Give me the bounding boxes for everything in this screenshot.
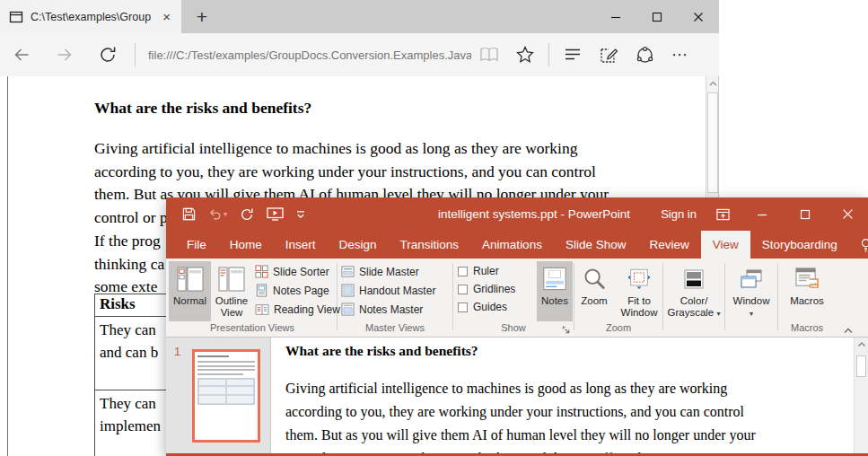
scrollbar-thumb[interactable] [707, 92, 718, 193]
favorites-star-icon[interactable] [507, 46, 543, 64]
notes-page-button[interactable]: Notes Page [252, 281, 336, 300]
window-button[interactable]: Window ▾ [727, 261, 776, 321]
tab-animations[interactable]: Animations [470, 231, 554, 259]
hub-icon[interactable] [555, 48, 591, 62]
powerpoint-window: ▾ intelligent systems.ppt - PowerPoint S… [166, 197, 868, 456]
tab-storyboarding[interactable]: Storyboarding [750, 231, 849, 259]
group-separator [724, 263, 725, 330]
thumbnail-text-line [197, 369, 255, 371]
undo-dropdown-arrow[interactable]: ▾ [224, 211, 227, 218]
start-slideshow-icon[interactable] [267, 207, 284, 221]
edge-maximize-button[interactable] [636, 0, 678, 33]
checkbox-icon[interactable] [458, 303, 468, 312]
tell-me-box[interactable]: Tell me [849, 231, 868, 259]
slide-number: 1 [174, 345, 180, 358]
slide-paragraph-line: them. But as you will give them AI of hu… [285, 424, 756, 447]
toolbar-separator [135, 43, 136, 66]
tab-review[interactable]: Review [637, 231, 700, 259]
ribbon-display-options-icon[interactable] [705, 197, 741, 231]
slide-paragraph-line: Giving artificial intelligence to machin… [285, 377, 756, 400]
back-icon[interactable] [0, 46, 43, 64]
handout-master-button[interactable]: Handout Master [338, 281, 452, 300]
group-separator [337, 263, 338, 330]
edge-minimize-button[interactable] [595, 0, 636, 33]
ppt-maximize-button[interactable] [785, 197, 825, 231]
tab-insert[interactable]: Insert [274, 231, 328, 259]
reading-view-icon[interactable] [471, 47, 507, 63]
outline-view-button[interactable]: Outline View [211, 261, 252, 321]
tab-file[interactable]: File [175, 231, 218, 259]
undo-icon[interactable]: ▾ [208, 208, 227, 220]
tab-home[interactable]: Home [218, 231, 274, 259]
scroll-up-icon[interactable] [706, 76, 719, 91]
share-icon[interactable] [627, 46, 662, 65]
slide-scrollbar[interactable] [854, 338, 868, 453]
paragraph-line: Giving artificial intelligence to machin… [94, 137, 609, 161]
reading-view-ribbon-icon [255, 303, 269, 316]
notes-master-button[interactable]: Notes Master [338, 300, 452, 319]
refresh-icon[interactable] [86, 45, 129, 65]
checkbox-icon[interactable] [458, 285, 468, 294]
group-label-window [726, 321, 776, 337]
outline-view-icon [218, 264, 245, 294]
redo-icon[interactable] [240, 207, 254, 222]
guides-checkbox[interactable]: Guides [454, 298, 537, 316]
tab-view[interactable]: View [701, 231, 750, 259]
magnifier-icon [582, 264, 607, 294]
checkbox-icon[interactable] [458, 267, 468, 276]
zoom-button[interactable]: Zoom [575, 261, 613, 321]
dropdown-arrow-icon: ▾ [716, 310, 720, 318]
collapse-ribbon-icon[interactable] [843, 327, 854, 334]
handout-master-icon [341, 284, 355, 297]
slide-thumbnail[interactable] [192, 349, 260, 443]
ruler-checkbox[interactable]: Ruler [454, 262, 537, 280]
ppt-minimize-button[interactable] [742, 197, 782, 231]
color-grayscale-icon [683, 264, 705, 294]
tab-close-icon[interactable]: × [159, 8, 174, 25]
thumbnail-text-line [197, 361, 255, 363]
save-icon[interactable] [182, 207, 196, 221]
slide-paragraph-line: according to you, they are working under… [285, 400, 756, 424]
tab-slide-show[interactable]: Slide Show [554, 231, 638, 259]
slide-editing-area[interactable]: What are the risks and benefits? Giving … [271, 338, 854, 453]
new-tab-button[interactable]: + [181, 0, 223, 33]
slide-sorter-button[interactable]: Slide Sorter [252, 262, 336, 281]
fit-to-window-button[interactable]: Fit to Window [617, 261, 662, 321]
tab-transitions[interactable]: Transitions [389, 231, 471, 259]
show-dialog-launcher-icon[interactable] [561, 325, 571, 335]
browser-tab[interactable]: C:\Test\examples\Group × [0, 0, 181, 33]
notes-toggle-button[interactable]: Notes [537, 261, 573, 321]
document-heading: What are the risks and benefits? [94, 99, 311, 118]
gridlines-checkbox[interactable]: Gridlines [454, 280, 537, 298]
normal-view-button[interactable]: Normal [169, 261, 211, 321]
color-grayscale-label-1: Color/ [680, 295, 708, 306]
reading-view-button[interactable]: Reading View [252, 300, 336, 319]
more-icon[interactable]: ⋯ [662, 45, 698, 65]
edge-window-border [7, 76, 8, 456]
slide-thumbnail-pane: 1 [166, 338, 271, 453]
tab-design[interactable]: Design [328, 231, 389, 259]
slide-master-button[interactable]: Slide Master [338, 262, 452, 281]
ppt-window-title: intelligent systems.ppt - PowerPoint [390, 197, 678, 231]
customize-qat-icon[interactable] [296, 210, 305, 219]
group-label-show: Show [454, 321, 573, 337]
forward-icon[interactable] [43, 46, 86, 64]
sign-in-button[interactable]: Sign in [649, 197, 708, 231]
slide-paragraph: Giving artificial intelligence to machin… [285, 377, 756, 453]
window-label: Window [733, 295, 770, 306]
ribbon-tab-row: File Home Insert Design Transitions Anim… [166, 231, 868, 259]
macros-button[interactable]: Macros [781, 261, 833, 321]
group-label-macros: Macros [779, 321, 835, 337]
edge-close-button[interactable] [678, 0, 719, 33]
group-color-grayscale: Color/ Grayscale ▾ [664, 259, 723, 337]
web-note-icon[interactable] [591, 46, 627, 65]
ppt-close-button[interactable] [827, 197, 868, 231]
address-bar[interactable]: file:///C:/Test/examples/GroupDocs.Conve… [148, 48, 471, 62]
dropdown-arrow-icon: ▾ [750, 310, 753, 318]
ppt-titlebar: ▾ intelligent systems.ppt - PowerPoint S… [166, 197, 868, 231]
color-grayscale-button[interactable]: Color/ Grayscale ▾ [665, 261, 723, 321]
notes-master-icon [341, 303, 355, 316]
thumbnail-text-line [197, 373, 243, 375]
scrollbar-thumb[interactable] [856, 355, 866, 377]
scroll-up-icon[interactable] [855, 338, 868, 351]
